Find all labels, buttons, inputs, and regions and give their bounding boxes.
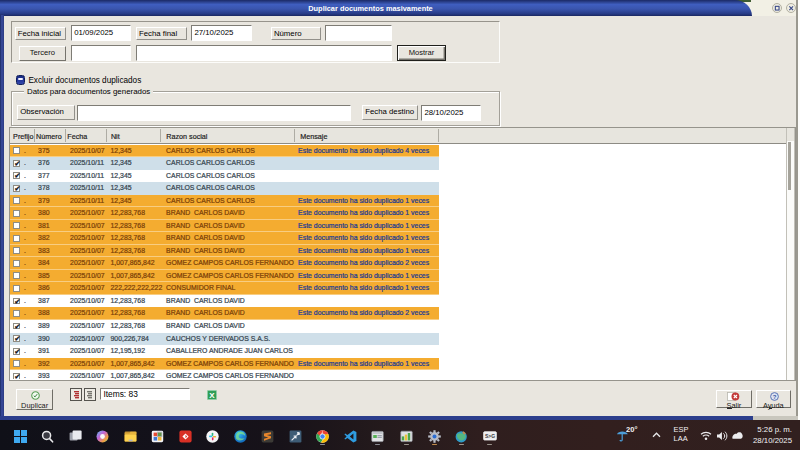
svg-text:S>G: S>G	[485, 432, 495, 438]
svg-text:?: ?	[772, 394, 776, 400]
